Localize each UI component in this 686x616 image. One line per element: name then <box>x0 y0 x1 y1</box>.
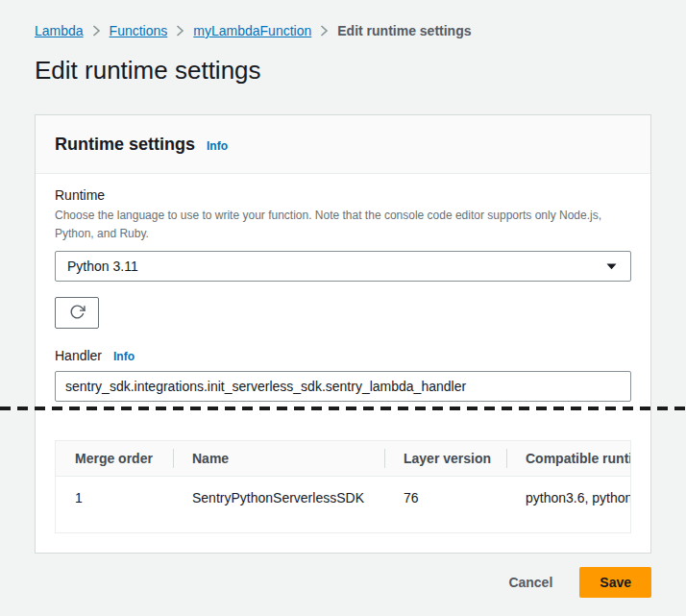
runtime-select[interactable]: Python 3.11 <box>55 251 631 282</box>
layers-table: Merge order Name Layer version Compatibl… <box>55 440 631 533</box>
cancel-button[interactable]: Cancel <box>508 575 552 590</box>
breadcrumb-current: Edit runtime settings <box>337 21 471 40</box>
caret-down-icon <box>606 263 617 270</box>
refresh-runtimes-button[interactable] <box>55 297 99 329</box>
handler-info-link[interactable]: Info <box>113 350 135 363</box>
panel-info-link[interactable]: Info <box>207 139 228 153</box>
chevron-right-icon <box>176 25 184 37</box>
runtime-label: Runtime <box>55 185 631 205</box>
panel-header: Runtime settings Info <box>36 115 650 174</box>
panel-body: Runtime Choose the language to use to wr… <box>36 174 650 553</box>
chevron-right-icon <box>92 25 101 37</box>
breadcrumb-link-lambda[interactable]: Lambda <box>35 21 84 40</box>
col-header-name: Name <box>173 441 384 476</box>
breadcrumb-link-functions[interactable]: Functions <box>110 21 168 40</box>
runtime-select-value: Python 3.11 <box>67 259 138 274</box>
panel-title: Runtime settings <box>55 133 195 156</box>
cell-layer-version: 76 <box>384 476 506 532</box>
save-button[interactable]: Save <box>579 567 651 598</box>
col-header-merge-order: Merge order <box>56 441 173 476</box>
table-header-row: Merge order Name Layer version Compatibl… <box>56 441 631 476</box>
chevron-right-icon <box>320 25 329 37</box>
breadcrumb-link-function-name[interactable]: myLambdaFunction <box>193 21 311 40</box>
table-row[interactable]: 1 SentryPythonServerlessSDK 76 python3.6… <box>56 476 631 532</box>
handler-label: Handler <box>55 346 102 365</box>
screenshot-cut-dashed-line <box>0 407 686 410</box>
col-header-compatible-runtimes: Compatible runtim <box>506 441 631 476</box>
col-header-layer-version: Layer version <box>384 441 506 476</box>
cell-name: SentryPythonServerlessSDK <box>173 476 384 532</box>
footer-actions: Cancel Save <box>35 567 651 598</box>
cell-compatible-runtimes: python3.6, python <box>506 476 631 532</box>
handler-input[interactable] <box>55 371 631 402</box>
edit-runtime-settings-page: Lambda Functions myLambdaFunction Edit r… <box>0 0 686 616</box>
runtime-field: Runtime Choose the language to use to wr… <box>55 185 631 329</box>
page-title: Edit runtime settings <box>35 56 651 86</box>
cell-merge-order: 1 <box>56 476 173 532</box>
refresh-icon <box>69 304 86 323</box>
breadcrumb: Lambda Functions myLambdaFunction Edit r… <box>35 0 651 40</box>
runtime-description: Choose the language to use to write your… <box>55 207 627 243</box>
handler-label-row: Handler Info <box>55 346 631 365</box>
handler-field: Handler Info <box>55 346 631 402</box>
runtime-settings-panel: Runtime settings Info Runtime Choose the… <box>35 114 651 554</box>
